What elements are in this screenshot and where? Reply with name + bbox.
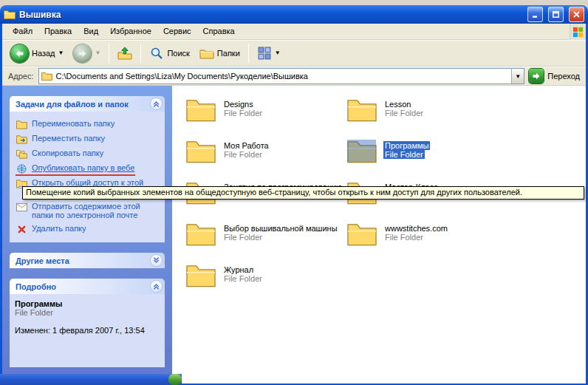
toolbar-separator	[140, 44, 141, 63]
folder-icon	[185, 98, 216, 122]
collapse-button[interactable]	[150, 98, 163, 110]
forward-arrow-icon	[73, 44, 92, 63]
details-header[interactable]: Подробно	[10, 279, 165, 294]
up-button[interactable]	[114, 44, 136, 62]
task-move-folder[interactable]: Переместить папку	[15, 132, 162, 146]
menu-tools[interactable]: Сервис	[157, 24, 197, 39]
folder-name: Lesson	[383, 100, 412, 109]
windows-flag-icon	[570, 24, 586, 40]
titlebar: Вышивка	[0, 5, 588, 24]
up-folder-icon	[117, 47, 132, 60]
addressbar: Адрес: C:\Documents and Settings\Liza\My…	[2, 67, 586, 86]
back-button[interactable]: Назад ▼	[7, 42, 67, 65]
folder-name: Designs	[222, 100, 255, 109]
section-other-places: Другие места	[10, 253, 165, 268]
close-button[interactable]	[569, 7, 584, 22]
folder-item[interactable]: Моя РаботаFile Folder	[185, 139, 346, 180]
folder-item[interactable]: Выбор вышивальной машиныFile Folder	[185, 222, 346, 263]
folder-item[interactable]: LessonFile Folder	[346, 98, 586, 139]
folder-icon	[346, 98, 377, 122]
folder-name: Программы	[383, 141, 430, 150]
folder-icon	[185, 139, 216, 163]
task-rename-folder[interactable]: Переименовать папку	[15, 117, 162, 132]
file-tasks-header[interactable]: Задачи для файлов и папок	[10, 96, 165, 112]
copy-folder-icon	[16, 149, 27, 159]
address-combobox[interactable]: C:\Documents and Settings\Liza\My Docume…	[38, 68, 525, 84]
file-list-area[interactable]: DesignsFile Folder LessonFile Folder Моя…	[172, 86, 586, 384]
folder-icon	[346, 139, 377, 163]
file-grid: DesignsFile Folder LessonFile Folder Моя…	[185, 98, 586, 304]
folder-item[interactable]: DesignsFile Folder	[185, 98, 346, 139]
folder-item[interactable]: ЖурналFile Folder	[185, 263, 346, 304]
maximize-button[interactable]	[548, 7, 564, 22]
task-email-folder[interactable]: Отправить содержимое этой папки по элект…	[15, 200, 162, 222]
details-selected-type: File Folder	[15, 308, 162, 317]
address-folder-icon	[41, 72, 52, 81]
taskpane: Задачи для файлов и папок Переименовать …	[2, 86, 172, 384]
task-delete-folder[interactable]: Удалить папку	[15, 222, 162, 236]
forward-button[interactable]: ▼	[69, 42, 104, 65]
menu-favorites[interactable]: Избранное	[104, 24, 157, 39]
menubar: Файл Правка Вид Избранное Сервис Справка	[2, 24, 586, 40]
search-button[interactable]: Поиск	[146, 44, 193, 62]
file-tasks-body: Переименовать папку Переместить папку Ск…	[10, 112, 165, 242]
folders-pane-icon	[199, 47, 214, 60]
search-label: Поиск	[167, 49, 189, 58]
taskbar[interactable]	[0, 374, 182, 385]
folder-name: wwwstitches.com	[383, 224, 449, 233]
menu-edit[interactable]: Правка	[38, 24, 78, 39]
task-publish-folder[interactable]: Опубликовать папку в вебе	[15, 161, 162, 176]
main-area: Задачи для файлов и папок Переименовать …	[2, 86, 586, 384]
collapse-button[interactable]	[150, 280, 163, 293]
folders-label: Папки	[217, 49, 240, 58]
folder-icon	[185, 263, 216, 287]
expand-button[interactable]	[150, 254, 163, 267]
search-icon	[149, 47, 164, 60]
back-label: Назад	[32, 49, 55, 58]
maximize-icon	[552, 10, 560, 18]
folder-icon	[346, 222, 377, 246]
globe-icon	[16, 164, 27, 174]
details-body: Программы File Folder Изменен: 1 февраля…	[10, 294, 165, 367]
folder-icon	[185, 222, 216, 246]
address-path[interactable]: C:\Documents and Settings\Liza\My Docume…	[56, 72, 512, 81]
folder-name: Моя Работа	[222, 141, 270, 150]
other-places-header[interactable]: Другие места	[10, 253, 165, 268]
menu-view[interactable]: Вид	[78, 24, 104, 39]
toolbar: Назад ▼ ▼ П	[2, 40, 586, 67]
views-dropdown-icon[interactable]: ▼	[275, 50, 281, 56]
go-button[interactable]: Переход	[529, 69, 581, 84]
address-dropdown-button[interactable]: ▼	[511, 69, 524, 84]
chevron-up-icon	[151, 99, 161, 109]
chevron-down-icon	[151, 256, 161, 265]
rename-folder-icon	[16, 120, 27, 129]
delete-x-icon	[16, 225, 27, 234]
go-arrow-icon	[529, 69, 544, 84]
minimize-button[interactable]	[527, 7, 543, 22]
toolbar-separator	[109, 44, 109, 63]
folder-type: File Folder	[222, 274, 264, 283]
details-title: Подробно	[16, 282, 56, 291]
move-folder-icon	[16, 134, 27, 144]
folder-item[interactable]: wwwstitches.comFile Folder	[346, 222, 586, 263]
forward-dropdown-icon: ▼	[95, 50, 100, 56]
taskbar-button[interactable]	[168, 374, 182, 385]
folder-name: Журнал	[222, 265, 255, 274]
back-dropdown-icon[interactable]: ▼	[58, 50, 64, 56]
go-label: Переход	[547, 72, 580, 81]
views-button[interactable]: ▼	[253, 44, 284, 62]
menu-file[interactable]: Файл	[7, 24, 38, 39]
folder-type: File Folder	[383, 109, 425, 117]
folders-button[interactable]: Папки	[196, 44, 244, 62]
menu-help[interactable]: Справка	[197, 24, 241, 39]
views-icon	[257, 47, 272, 60]
window-body: Файл Правка Вид Избранное Сервис Справка	[0, 24, 588, 385]
folder-item-selected[interactable]: ПрограммыFile Folder	[346, 139, 586, 180]
folder-type: File Folder	[383, 150, 425, 159]
details-selected-name: Программы	[15, 299, 162, 308]
section-details: Подробно Программы File Folder Изменен: …	[10, 279, 165, 367]
section-file-tasks: Задачи для файлов и папок Переименовать …	[10, 96, 165, 242]
tooltip-text: Помещение копий выбранных элементов на о…	[26, 188, 522, 197]
task-copy-folder[interactable]: Скопировать папку	[15, 146, 162, 161]
window-title: Вышивка	[19, 10, 522, 20]
